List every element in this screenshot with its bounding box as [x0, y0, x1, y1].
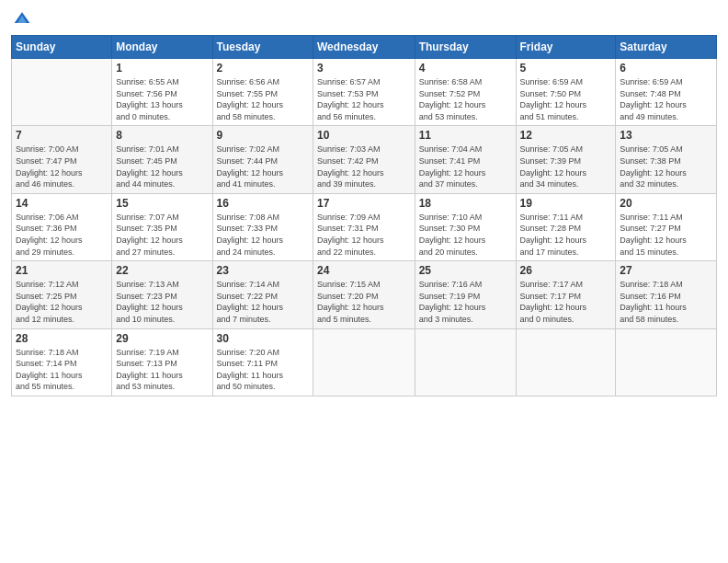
logo-icon	[13, 9, 31, 28]
calendar-cell: 15Sunrise: 7:07 AMSunset: 7:35 PMDayligh…	[112, 193, 212, 260]
calendar-cell: 23Sunrise: 7:14 AMSunset: 7:22 PMDayligh…	[212, 261, 313, 328]
calendar-cell: 8Sunrise: 7:01 AMSunset: 7:45 PMDaylight…	[112, 126, 212, 193]
calendar-week-row: 28Sunrise: 7:18 AMSunset: 7:14 PMDayligh…	[12, 328, 717, 396]
calendar-cell: 21Sunrise: 7:12 AMSunset: 7:25 PMDayligh…	[12, 261, 112, 328]
day-info: Sunrise: 7:18 AMSunset: 7:16 PMDaylight:…	[620, 279, 712, 325]
calendar-week-row: 1Sunrise: 6:55 AMSunset: 7:56 PMDaylight…	[12, 59, 717, 126]
day-number: 24	[317, 264, 411, 277]
calendar-cell: 26Sunrise: 7:17 AMSunset: 7:17 PMDayligh…	[516, 261, 616, 328]
calendar-cell: 11Sunrise: 7:04 AMSunset: 7:41 PMDayligh…	[415, 126, 516, 193]
calendar-cell: 12Sunrise: 7:05 AMSunset: 7:39 PMDayligh…	[516, 126, 616, 193]
day-info: Sunrise: 7:17 AMSunset: 7:17 PMDaylight:…	[520, 279, 612, 325]
day-number: 27	[620, 264, 712, 277]
calendar-cell	[415, 328, 516, 396]
weekday-header-tuesday: Tuesday	[212, 36, 313, 59]
calendar-cell: 19Sunrise: 7:11 AMSunset: 7:28 PMDayligh…	[516, 193, 616, 260]
day-number: 16	[217, 197, 309, 210]
day-info: Sunrise: 7:14 AMSunset: 7:22 PMDaylight:…	[217, 279, 309, 325]
calendar-cell: 16Sunrise: 7:08 AMSunset: 7:33 PMDayligh…	[212, 193, 313, 260]
day-number: 14	[16, 197, 108, 210]
weekday-header-friday: Friday	[516, 36, 616, 59]
calendar-cell: 24Sunrise: 7:15 AMSunset: 7:20 PMDayligh…	[313, 261, 415, 328]
day-number: 15	[116, 197, 208, 210]
calendar-cell: 22Sunrise: 7:13 AMSunset: 7:23 PMDayligh…	[112, 261, 212, 328]
day-number: 13	[620, 129, 712, 142]
day-info: Sunrise: 7:19 AMSunset: 7:13 PMDaylight:…	[116, 347, 208, 393]
calendar-cell: 27Sunrise: 7:18 AMSunset: 7:16 PMDayligh…	[616, 261, 717, 328]
weekday-header-monday: Monday	[112, 36, 212, 59]
day-number: 30	[217, 332, 309, 345]
day-info: Sunrise: 7:05 AMSunset: 7:38 PMDaylight:…	[620, 144, 712, 190]
day-info: Sunrise: 7:11 AMSunset: 7:28 PMDaylight:…	[520, 212, 612, 258]
calendar-week-row: 21Sunrise: 7:12 AMSunset: 7:25 PMDayligh…	[12, 261, 717, 328]
day-number: 12	[520, 129, 612, 142]
day-number: 29	[116, 332, 208, 345]
day-number: 19	[520, 197, 612, 210]
day-number: 25	[419, 264, 512, 277]
calendar-header-row: SundayMondayTuesdayWednesdayThursdayFrid…	[12, 36, 717, 59]
calendar-cell: 7Sunrise: 7:00 AMSunset: 7:47 PMDaylight…	[12, 126, 112, 193]
day-number: 20	[620, 197, 712, 210]
calendar-cell: 30Sunrise: 7:20 AMSunset: 7:11 PMDayligh…	[212, 328, 313, 396]
weekday-header-sunday: Sunday	[12, 36, 112, 59]
day-info: Sunrise: 6:56 AMSunset: 7:55 PMDaylight:…	[217, 76, 309, 122]
day-number: 8	[116, 129, 208, 142]
day-number: 9	[217, 129, 309, 142]
day-info: Sunrise: 7:10 AMSunset: 7:30 PMDaylight:…	[419, 212, 512, 258]
calendar-table: SundayMondayTuesdayWednesdayThursdayFrid…	[11, 35, 717, 396]
calendar-cell	[616, 328, 717, 396]
day-info: Sunrise: 6:55 AMSunset: 7:56 PMDaylight:…	[116, 76, 208, 122]
calendar-week-row: 7Sunrise: 7:00 AMSunset: 7:47 PMDaylight…	[12, 126, 717, 193]
day-number: 3	[317, 62, 411, 75]
day-info: Sunrise: 7:05 AMSunset: 7:39 PMDaylight:…	[520, 144, 612, 190]
day-info: Sunrise: 6:58 AMSunset: 7:52 PMDaylight:…	[419, 76, 512, 122]
day-info: Sunrise: 7:08 AMSunset: 7:33 PMDaylight:…	[217, 212, 309, 258]
day-number: 6	[620, 62, 712, 75]
day-info: Sunrise: 7:12 AMSunset: 7:25 PMDaylight:…	[16, 279, 108, 325]
day-info: Sunrise: 7:20 AMSunset: 7:11 PMDaylight:…	[217, 347, 309, 393]
day-info: Sunrise: 7:07 AMSunset: 7:35 PMDaylight:…	[116, 212, 208, 258]
day-info: Sunrise: 7:04 AMSunset: 7:41 PMDaylight:…	[419, 144, 512, 190]
day-number: 23	[217, 264, 309, 277]
day-info: Sunrise: 6:57 AMSunset: 7:53 PMDaylight:…	[317, 76, 411, 122]
calendar-cell: 2Sunrise: 6:56 AMSunset: 7:55 PMDaylight…	[212, 59, 313, 126]
day-number: 7	[16, 129, 108, 142]
calendar-cell: 10Sunrise: 7:03 AMSunset: 7:42 PMDayligh…	[313, 126, 415, 193]
day-number: 1	[116, 62, 208, 75]
calendar-cell: 6Sunrise: 6:59 AMSunset: 7:48 PMDaylight…	[616, 59, 717, 126]
calendar-cell: 1Sunrise: 6:55 AMSunset: 7:56 PMDaylight…	[112, 59, 212, 126]
day-info: Sunrise: 7:15 AMSunset: 7:20 PMDaylight:…	[317, 279, 411, 325]
weekday-header-thursday: Thursday	[415, 36, 516, 59]
weekday-header-saturday: Saturday	[616, 36, 717, 59]
calendar-cell	[12, 59, 112, 126]
calendar-cell: 25Sunrise: 7:16 AMSunset: 7:19 PMDayligh…	[415, 261, 516, 328]
day-number: 2	[217, 62, 309, 75]
day-info: Sunrise: 7:06 AMSunset: 7:36 PMDaylight:…	[16, 212, 108, 258]
day-info: Sunrise: 7:13 AMSunset: 7:23 PMDaylight:…	[116, 279, 208, 325]
calendar-cell: 14Sunrise: 7:06 AMSunset: 7:36 PMDayligh…	[12, 193, 112, 260]
page-header	[11, 9, 717, 28]
day-info: Sunrise: 7:02 AMSunset: 7:44 PMDaylight:…	[217, 144, 309, 190]
calendar-cell: 20Sunrise: 7:11 AMSunset: 7:27 PMDayligh…	[616, 193, 717, 260]
calendar-cell: 13Sunrise: 7:05 AMSunset: 7:38 PMDayligh…	[616, 126, 717, 193]
day-info: Sunrise: 6:59 AMSunset: 7:50 PMDaylight:…	[520, 76, 612, 122]
day-info: Sunrise: 7:18 AMSunset: 7:14 PMDaylight:…	[16, 347, 108, 393]
day-number: 5	[520, 62, 612, 75]
calendar-cell: 17Sunrise: 7:09 AMSunset: 7:31 PMDayligh…	[313, 193, 415, 260]
calendar-cell: 4Sunrise: 6:58 AMSunset: 7:52 PMDaylight…	[415, 59, 516, 126]
calendar-cell: 5Sunrise: 6:59 AMSunset: 7:50 PMDaylight…	[516, 59, 616, 126]
day-info: Sunrise: 7:09 AMSunset: 7:31 PMDaylight:…	[317, 212, 411, 258]
day-number: 21	[16, 264, 108, 277]
calendar-cell	[313, 328, 415, 396]
day-number: 11	[419, 129, 512, 142]
day-number: 4	[419, 62, 512, 75]
logo	[11, 9, 31, 28]
calendar-cell: 28Sunrise: 7:18 AMSunset: 7:14 PMDayligh…	[12, 328, 112, 396]
day-number: 22	[116, 264, 208, 277]
day-number: 26	[520, 264, 612, 277]
day-info: Sunrise: 7:03 AMSunset: 7:42 PMDaylight:…	[317, 144, 411, 190]
day-number: 28	[16, 332, 108, 345]
day-number: 10	[317, 129, 411, 142]
day-info: Sunrise: 7:16 AMSunset: 7:19 PMDaylight:…	[419, 279, 512, 325]
day-info: Sunrise: 7:00 AMSunset: 7:47 PMDaylight:…	[16, 144, 108, 190]
